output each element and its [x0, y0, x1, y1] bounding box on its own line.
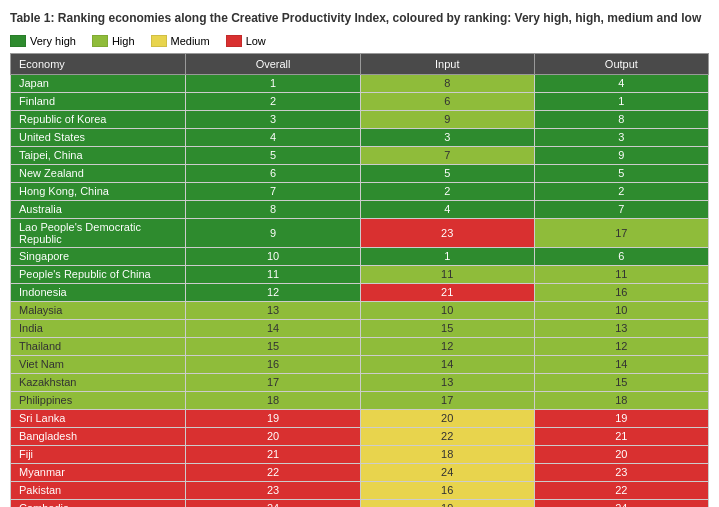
economy-cell: Philippines: [11, 391, 186, 409]
legend: Very high High Medium Low: [10, 35, 709, 47]
output-cell: 19: [534, 409, 708, 427]
input-cell: 12: [360, 337, 534, 355]
legend-label-high: High: [112, 35, 135, 47]
economy-cell: Republic of Korea: [11, 110, 186, 128]
ranking-table: Economy Overall Input Output Japan184Fin…: [10, 53, 709, 507]
output-cell: 22: [534, 481, 708, 499]
overall-cell: 13: [186, 301, 360, 319]
table-row: Taipei, China579: [11, 146, 709, 164]
table-row: Pakistan231622: [11, 481, 709, 499]
table-row: Bangladesh202221: [11, 427, 709, 445]
economy-cell: Myanmar: [11, 463, 186, 481]
col-header-overall: Overall: [186, 53, 360, 74]
overall-cell: 15: [186, 337, 360, 355]
overall-cell: 16: [186, 355, 360, 373]
overall-cell: 23: [186, 481, 360, 499]
col-header-input: Input: [360, 53, 534, 74]
input-cell: 1: [360, 247, 534, 265]
input-cell: 4: [360, 200, 534, 218]
overall-cell: 5: [186, 146, 360, 164]
table-row: Singapore1016: [11, 247, 709, 265]
input-cell: 20: [360, 409, 534, 427]
legend-box-very-high: [10, 35, 26, 47]
input-cell: 7: [360, 146, 534, 164]
output-cell: 14: [534, 355, 708, 373]
input-cell: 16: [360, 481, 534, 499]
overall-cell: 11: [186, 265, 360, 283]
economy-cell: Malaysia: [11, 301, 186, 319]
legend-box-low: [226, 35, 242, 47]
economy-cell: Japan: [11, 74, 186, 92]
table-row: United States433: [11, 128, 709, 146]
input-cell: 15: [360, 319, 534, 337]
economy-cell: Australia: [11, 200, 186, 218]
economy-cell: Sri Lanka: [11, 409, 186, 427]
output-cell: 17: [534, 218, 708, 247]
table-row: Japan184: [11, 74, 709, 92]
input-cell: 10: [360, 301, 534, 319]
input-cell: 17: [360, 391, 534, 409]
output-cell: 21: [534, 427, 708, 445]
output-cell: 18: [534, 391, 708, 409]
overall-cell: 19: [186, 409, 360, 427]
legend-label-very-high: Very high: [30, 35, 76, 47]
table-row: People's Republic of China111111: [11, 265, 709, 283]
table-row: Indonesia122116: [11, 283, 709, 301]
table-row: Fiji211820: [11, 445, 709, 463]
input-cell: 5: [360, 164, 534, 182]
output-cell: 6: [534, 247, 708, 265]
output-cell: 11: [534, 265, 708, 283]
overall-cell: 8: [186, 200, 360, 218]
economy-cell: Kazakhstan: [11, 373, 186, 391]
input-cell: 18: [360, 445, 534, 463]
economy-cell: Bangladesh: [11, 427, 186, 445]
legend-high: High: [92, 35, 135, 47]
input-cell: 6: [360, 92, 534, 110]
table-row: Myanmar222423: [11, 463, 709, 481]
overall-cell: 3: [186, 110, 360, 128]
table-row: Philippines181718: [11, 391, 709, 409]
economy-cell: Viet Nam: [11, 355, 186, 373]
economy-cell: Pakistan: [11, 481, 186, 499]
input-cell: 22: [360, 427, 534, 445]
overall-cell: 17: [186, 373, 360, 391]
input-cell: 2: [360, 182, 534, 200]
economy-cell: India: [11, 319, 186, 337]
output-cell: 1: [534, 92, 708, 110]
overall-cell: 6: [186, 164, 360, 182]
overall-cell: 1: [186, 74, 360, 92]
legend-box-high: [92, 35, 108, 47]
table-title: Table 1: Ranking economies along the Cre…: [10, 10, 709, 27]
overall-cell: 12: [186, 283, 360, 301]
economy-cell: Indonesia: [11, 283, 186, 301]
output-cell: 16: [534, 283, 708, 301]
table-row: New Zealand655: [11, 164, 709, 182]
input-cell: 23: [360, 218, 534, 247]
economy-cell: Cambodia: [11, 499, 186, 507]
output-cell: 9: [534, 146, 708, 164]
overall-cell: 10: [186, 247, 360, 265]
legend-very-high: Very high: [10, 35, 76, 47]
col-header-output: Output: [534, 53, 708, 74]
input-cell: 21: [360, 283, 534, 301]
output-cell: 2: [534, 182, 708, 200]
col-header-economy: Economy: [11, 53, 186, 74]
overall-cell: 9: [186, 218, 360, 247]
output-cell: 24: [534, 499, 708, 507]
economy-cell: New Zealand: [11, 164, 186, 182]
input-cell: 9: [360, 110, 534, 128]
overall-cell: 4: [186, 128, 360, 146]
overall-cell: 22: [186, 463, 360, 481]
output-cell: 10: [534, 301, 708, 319]
overall-cell: 2: [186, 92, 360, 110]
input-cell: 24: [360, 463, 534, 481]
output-cell: 12: [534, 337, 708, 355]
table-row: Finland261: [11, 92, 709, 110]
input-cell: 11: [360, 265, 534, 283]
table-row: Kazakhstan171315: [11, 373, 709, 391]
overall-cell: 21: [186, 445, 360, 463]
output-cell: 5: [534, 164, 708, 182]
table-row: Viet Nam161414: [11, 355, 709, 373]
economy-cell: Fiji: [11, 445, 186, 463]
input-cell: 19: [360, 499, 534, 507]
